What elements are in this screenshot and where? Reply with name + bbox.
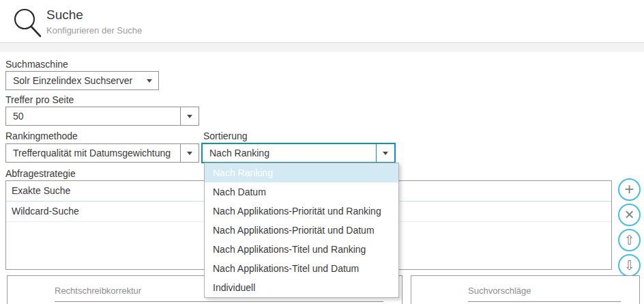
close-icon: × bbox=[624, 206, 634, 223]
suggestions-label: Suchvorschläge bbox=[468, 286, 531, 296]
arrow-down-icon: ⇩ bbox=[624, 259, 635, 272]
suggestions-input[interactable] bbox=[468, 301, 621, 302]
sorting-select[interactable]: Nach Ranking bbox=[201, 143, 396, 163]
arrow-up-icon: ⇧ bbox=[624, 234, 635, 247]
search-engine-select[interactable]: Solr Einzelindex Suchserver bbox=[5, 71, 159, 90]
hits-per-page-value: 50 bbox=[6, 111, 180, 122]
search-engine-label: Suchmaschine bbox=[5, 59, 68, 70]
ranking-method-select[interactable]: Trefferqualität mit Datumsgewichtung bbox=[5, 143, 199, 163]
sorting-option-app-titel-datum[interactable]: Nach Applikations-Titel und Datum bbox=[205, 259, 398, 278]
ranking-method-label: Rankingmethode bbox=[5, 130, 78, 141]
remove-button[interactable]: × bbox=[618, 204, 641, 226]
chevron-down-icon bbox=[181, 115, 199, 118]
plus-icon: + bbox=[624, 181, 634, 197]
page-title: Suche bbox=[46, 8, 83, 23]
query-strategy-label: Abfragestrategie bbox=[5, 168, 76, 179]
sorting-option-app-titel-ranking[interactable]: Nach Applikations-Titel und Ranking bbox=[205, 240, 398, 259]
spellcheck-input[interactable] bbox=[55, 301, 383, 302]
header-divider bbox=[0, 42, 644, 52]
hits-per-page-select[interactable]: 50 bbox=[5, 107, 199, 126]
hits-per-page-label: Treffer pro Seite bbox=[5, 94, 74, 105]
ranking-method-value: Trefferqualität mit Datumsgewichtung bbox=[6, 148, 180, 158]
move-down-button[interactable]: ⇩ bbox=[618, 254, 641, 277]
sorting-value: Nach Ranking bbox=[203, 148, 376, 158]
search-engine-value: Solr Einzelindex Suchserver bbox=[6, 75, 141, 86]
sorting-option-app-prioritaet-datum[interactable]: Nach Applikations-Priorität und Datum bbox=[205, 221, 398, 240]
sorting-option-nach-datum[interactable]: Nach Datum bbox=[205, 182, 398, 202]
suggestions-panel: Suchvorschläge bbox=[411, 275, 640, 304]
sorting-option-individuell[interactable]: Individuell bbox=[205, 278, 398, 297]
search-icon bbox=[11, 5, 42, 38]
spellcheck-label: Rechtschreibkorrektur bbox=[55, 286, 141, 296]
chevron-down-icon bbox=[181, 152, 199, 155]
sorting-option-nach-ranking[interactable]: Nach Ranking bbox=[205, 163, 398, 182]
page-subtitle: Konfigurieren der Suche bbox=[46, 25, 142, 36]
sorting-label: Sortierung bbox=[203, 130, 248, 141]
move-up-button[interactable]: ⇧ bbox=[618, 229, 641, 251]
sorting-option-app-prioritaet-ranking[interactable]: Nach Applikations-Priorität und Ranking bbox=[205, 202, 398, 221]
search-config-page: Suche Konfigurieren der Suche Suchmaschi… bbox=[0, 0, 644, 304]
sorting-dropdown-list: Nach Ranking Nach Datum Nach Applikation… bbox=[204, 163, 399, 298]
chevron-down-icon bbox=[377, 152, 394, 155]
chevron-down-icon bbox=[141, 79, 158, 83]
add-button[interactable]: + bbox=[618, 178, 641, 201]
